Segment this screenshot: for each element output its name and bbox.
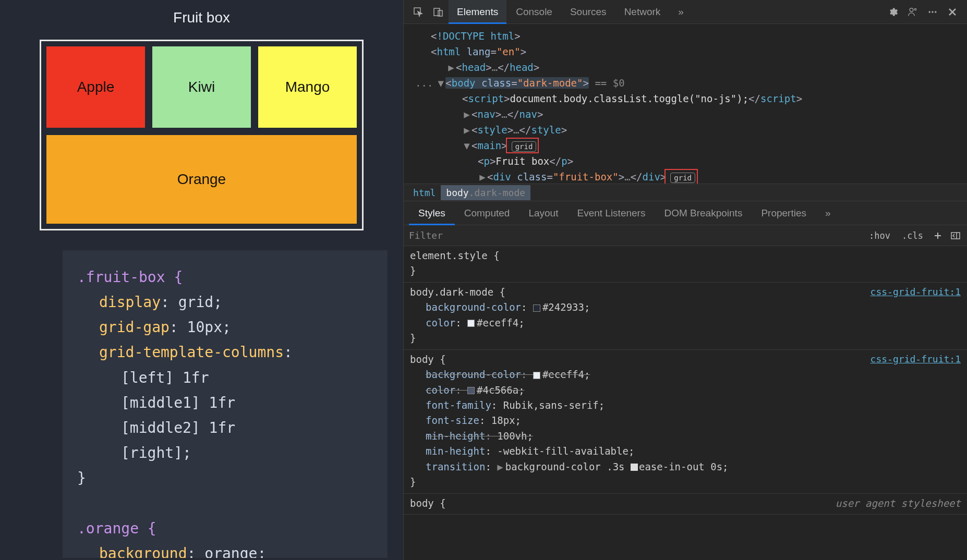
fruit-box-grid: Apple Kiwi Mango Orange <box>40 40 364 230</box>
account-icon[interactable] <box>903 3 922 21</box>
devtools-panel: Elements Console Sources Network » <!DOC… <box>403 0 967 560</box>
subtab-computed[interactable]: Computed <box>455 201 519 225</box>
crumb-body[interactable]: body.dark-mode <box>441 185 530 200</box>
styles-filter-bar: :hov .cls <box>404 225 967 246</box>
svg-point-3 <box>910 8 913 11</box>
page-panel: Fruit box Apple Kiwi Mango Orange .fruit… <box>0 0 403 560</box>
styles-sub-tabs: Styles Computed Layout Event Listeners D… <box>404 201 967 225</box>
toggle-sidebar-icon[interactable] <box>949 229 962 242</box>
dom-tree[interactable]: <!DOCTYPE html> <html lang="en"> ▶<head>… <box>404 24 967 184</box>
svg-point-6 <box>932 11 933 13</box>
subtab-overflow[interactable]: » <box>816 201 840 225</box>
rule-body[interactable]: css-grid-fruit:1 body { background-color… <box>404 350 967 494</box>
fruit-mango: Mango <box>258 46 357 128</box>
styles-filter-input[interactable] <box>409 230 861 241</box>
new-style-rule-icon[interactable] <box>932 229 944 242</box>
dom-breadcrumb: html body.dark-mode <box>404 184 967 201</box>
svg-rect-1 <box>434 8 440 16</box>
svg-point-7 <box>935 11 936 13</box>
source-link[interactable]: css-grid-fruit:1 <box>871 285 961 299</box>
tab-network[interactable]: Network <box>616 0 669 24</box>
fruit-kiwi: Kiwi <box>152 46 251 128</box>
grid-badge-fruitbox[interactable]: grid <box>666 171 696 183</box>
subtab-properties[interactable]: Properties <box>752 201 816 225</box>
css-code-block: .fruit-box { display: grid; grid-gap: 10… <box>63 250 388 558</box>
subtab-dom-breakpoints[interactable]: DOM Breakpoints <box>655 201 752 225</box>
inspect-icon[interactable] <box>409 3 428 21</box>
fruit-apple: Apple <box>46 46 145 128</box>
tabs-overflow[interactable]: » <box>670 0 692 24</box>
subtab-styles[interactable]: Styles <box>409 201 455 225</box>
styles-pane[interactable]: element.style { } css-grid-fruit:1 body.… <box>404 246 967 560</box>
svg-point-5 <box>929 11 930 13</box>
crumb-html[interactable]: html <box>408 185 441 200</box>
hov-toggle[interactable]: :hov <box>866 230 893 241</box>
rule-body-ua[interactable]: user agent stylesheet body { <box>404 494 967 515</box>
fruit-orange: Orange <box>46 135 357 224</box>
subtab-event-listeners[interactable]: Event Listeners <box>567 201 655 225</box>
rule-element-style[interactable]: element.style { } <box>404 246 967 283</box>
tab-console[interactable]: Console <box>507 0 561 24</box>
settings-gear-icon[interactable] <box>884 3 902 21</box>
source-link[interactable]: css-grid-fruit:1 <box>871 352 961 367</box>
page-title: Fruit box <box>0 9 403 26</box>
close-icon[interactable] <box>943 3 962 21</box>
svg-point-4 <box>914 8 916 10</box>
tab-sources[interactable]: Sources <box>562 0 615 24</box>
subtab-layout[interactable]: Layout <box>519 201 567 225</box>
tab-elements[interactable]: Elements <box>449 0 506 24</box>
ua-stylesheet-label: user agent stylesheet <box>836 496 961 511</box>
device-toggle-icon[interactable] <box>429 3 448 21</box>
kebab-menu-icon[interactable] <box>923 3 942 21</box>
devtools-toolbar: Elements Console Sources Network » <box>404 0 967 24</box>
grid-badge-main[interactable]: grid <box>507 139 538 152</box>
rule-body-dark-mode[interactable]: css-grid-fruit:1 body.dark-mode { backgr… <box>404 283 967 350</box>
cls-toggle[interactable]: .cls <box>899 230 926 241</box>
